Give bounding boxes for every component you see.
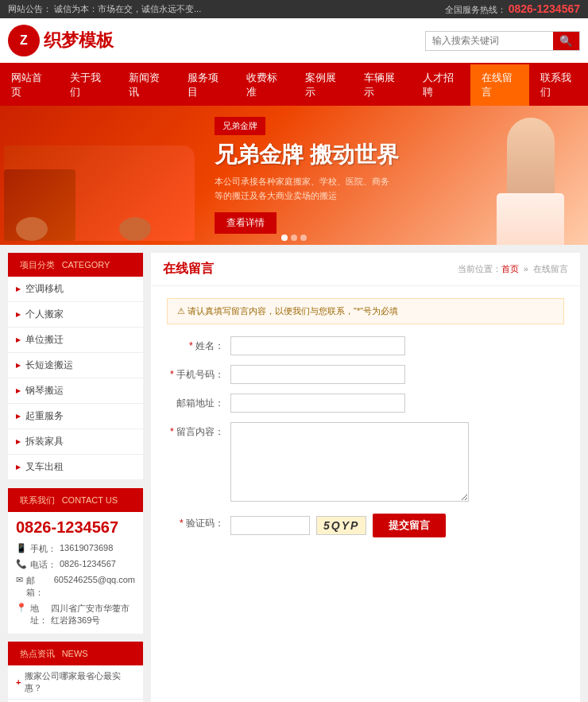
- main-nav: 网站首页 关于我们 新闻资讯 服务项目 收费标准 案例展示 车辆展示 人才招聘 …: [0, 64, 588, 106]
- logo-icon: Z: [8, 25, 40, 56]
- nav-item-services[interactable]: 服务项目: [176, 64, 235, 106]
- nav-item-message[interactable]: 在线留言: [470, 64, 529, 106]
- message-textarea[interactable]: [230, 422, 469, 502]
- breadcrumb-home[interactable]: 首页: [501, 264, 519, 273]
- addr-icon: 📍: [16, 603, 27, 613]
- nav-item-price[interactable]: 收费标准: [235, 64, 294, 106]
- banner-subtitle: 本公司承接各种家庭搬家、学校、医院、商务等的搬迁及各大商业卖场的搬运: [215, 175, 389, 203]
- phone-input[interactable]: [230, 365, 405, 384]
- sidebar: 项目分类 CATEGORY 空调移机 个人搬家 单位搬迁 长短途搬运 钢琴搬运 …: [8, 253, 143, 702]
- name-input-wrap: [230, 336, 564, 355]
- banner: 兄弟金牌 兄弟金牌 搬动世界 本公司承接各种家庭搬家、学校、医院、商务等的搬迁及…: [0, 106, 588, 245]
- search-button[interactable]: 🔍: [553, 32, 579, 50]
- submit-button[interactable]: 提交留言: [373, 514, 446, 537]
- news-item-1[interactable]: 搬家公司哪家最省心最实惠？: [8, 665, 143, 700]
- contact-mobile: 📱 手机： 13619073698: [16, 543, 135, 555]
- logo[interactable]: Z 织梦模板: [8, 25, 114, 56]
- captcha-image: 5QYP: [316, 516, 366, 535]
- announcement: 网站公告： 诚信为本：市场在交，诚信永远不变...: [8, 3, 201, 15]
- sidebar-contact: 联系我们 CONTACT US 0826-1234567 📱 手机： 13619…: [8, 488, 143, 634]
- message-label: 留言内容：: [167, 422, 230, 439]
- captcha-label: 验证码：: [167, 514, 230, 530]
- news-title-text: 热点资讯: [20, 649, 55, 658]
- banner-btn[interactable]: 查看详情: [215, 212, 277, 234]
- contact-title-text: 联系我们: [20, 495, 55, 505]
- top-bar: 网站公告： 诚信为本：市场在交，诚信永远不变... 全国服务热线： 0826-1…: [0, 0, 588, 18]
- breadcrumb-current: 在线留言: [533, 264, 568, 273]
- sidebar-item-piano[interactable]: 钢琴搬运: [8, 378, 143, 404]
- sidebar-news-title: 热点资讯 NEWS: [8, 642, 143, 665]
- contact-addr-value: 四川省广安市华蓥市红岩路369号: [51, 603, 135, 626]
- breadcrumb: 当前位置：首页 » 在线留言: [458, 263, 568, 275]
- sidebar-category-title: 项目分类 CATEGORY: [8, 253, 143, 277]
- banner-badge: 兄弟金牌: [215, 117, 265, 135]
- content-header: 在线留言 当前位置：首页 » 在线留言: [151, 253, 580, 286]
- tel-icon: 📞: [16, 559, 27, 569]
- nav-item-cases[interactable]: 案例展示: [294, 64, 353, 106]
- banner-content: 兄弟金牌 兄弟金牌 搬动世界 本公司承接各种家庭搬家、学校、医院、商务等的搬迁及…: [191, 106, 423, 245]
- form-notice: 请认真填写留言内容，以便我们与您联系，"*"号为必填: [167, 298, 564, 324]
- contact-mobile-label: 手机：: [30, 543, 56, 555]
- nav-item-news[interactable]: 新闻资讯: [118, 64, 176, 106]
- hotline-number: 0826-1234567: [509, 2, 580, 15]
- phone-row: 手机号码：: [167, 365, 564, 384]
- nav-item-home[interactable]: 网站首页: [0, 64, 59, 106]
- contact-phone: 0826-1234567: [8, 512, 143, 540]
- announcement-text: 诚信为本：市场在交，诚信永远不变...: [54, 4, 201, 14]
- search-input[interactable]: [426, 32, 553, 49]
- captcha-input-wrap: 5QYP 提交留言: [230, 514, 564, 537]
- contact-addr: 📍 地址： 四川省广安市华蓥市红岩路369号: [16, 603, 135, 626]
- nav-item-about[interactable]: 关于我们: [59, 64, 118, 106]
- sidebar-category-subtitle: CATEGORY: [62, 260, 110, 270]
- contact-addr-label: 地址：: [30, 603, 48, 626]
- name-label: 姓名：: [167, 336, 230, 353]
- search-box: 🔍: [425, 31, 580, 51]
- contact-tel-value: 0826-1234567: [60, 559, 116, 568]
- captcha-row: 验证码： 5QYP 提交留言: [167, 514, 564, 537]
- sidebar-category: 项目分类 CATEGORY 空调移机 个人搬家 单位搬迁 长短途搬运 钢琴搬运 …: [8, 253, 143, 480]
- nav-item-vehicles[interactable]: 车辆展示: [353, 64, 412, 106]
- nav-item-contact[interactable]: 联系我们: [529, 64, 588, 106]
- hotline-area: 全国服务热线： 0826-1234567: [445, 2, 580, 16]
- contact-email-value: 605246255@qq.com: [54, 575, 135, 584]
- news-subtitle-text: NEWS: [62, 649, 88, 658]
- name-row: 姓名：: [167, 336, 564, 355]
- sidebar-item-personal[interactable]: 个人搬家: [8, 302, 143, 328]
- main-area: 项目分类 CATEGORY 空调移机 个人搬家 单位搬迁 长短途搬运 钢琴搬运 …: [0, 245, 588, 702]
- sidebar-item-crane[interactable]: 起重服务: [8, 404, 143, 429]
- message-input-wrap: [230, 422, 564, 504]
- email-icon: ✉: [16, 575, 23, 585]
- sidebar-item-ac[interactable]: 空调移机: [8, 277, 143, 302]
- sidebar-news: 热点资讯 NEWS 搬家公司哪家最省心最实惠？ 搬家中的钢琴搬运技巧？ 无忧云搬…: [8, 642, 143, 702]
- sidebar-item-unit[interactable]: 单位搬迁: [8, 328, 143, 353]
- sidebar-item-transport[interactable]: 长短途搬运: [8, 353, 143, 378]
- sidebar-item-forklift[interactable]: 叉车出租: [8, 455, 143, 480]
- sidebar-contact-title: 联系我们 CONTACT US: [8, 488, 143, 512]
- email-label: 邮箱地址：: [167, 394, 230, 410]
- message-row: 留言内容：: [167, 422, 564, 504]
- contact-mobile-value: 13619073698: [60, 543, 113, 553]
- page-title: 在线留言: [163, 261, 214, 277]
- email-row: 邮箱地址：: [167, 394, 564, 413]
- contact-tel-label: 电话：: [30, 559, 56, 571]
- contact-email: ✉ 邮箱： 605246255@qq.com: [16, 575, 135, 599]
- banner-dots: [281, 235, 307, 241]
- phone-icon: 📱: [16, 543, 27, 553]
- sidebar-category-title-text: 项目分类: [20, 260, 55, 270]
- email-field[interactable]: [230, 394, 405, 413]
- header: Z 织梦模板 🔍: [0, 18, 588, 64]
- phone-label: 手机号码：: [167, 365, 230, 382]
- contact-subtitle-text: CONTACT US: [62, 495, 118, 505]
- name-input[interactable]: [230, 336, 405, 355]
- contact-info: 📱 手机： 13619073698 📞 电话： 0826-1234567 ✉ 邮…: [8, 540, 143, 634]
- content-area: 在线留言 当前位置：首页 » 在线留言 请认真填写留言内容，以便我们与您联系，"…: [151, 253, 580, 702]
- logo-text: 织梦模板: [44, 29, 114, 52]
- hotline-label: 全国服务热线：: [445, 5, 506, 14]
- phone-input-wrap: [230, 365, 564, 384]
- sidebar-item-furniture[interactable]: 拆装家具: [8, 429, 143, 455]
- banner-title: 兄弟金牌 搬动世界: [215, 140, 399, 170]
- nav-item-recruit[interactable]: 人才招聘: [412, 64, 470, 106]
- contact-email-label: 邮箱：: [26, 575, 51, 599]
- captcha-input[interactable]: [230, 516, 310, 535]
- form-area: 请认真填写留言内容，以便我们与您联系，"*"号为必填 姓名： 手机号码： 邮箱地…: [151, 286, 580, 559]
